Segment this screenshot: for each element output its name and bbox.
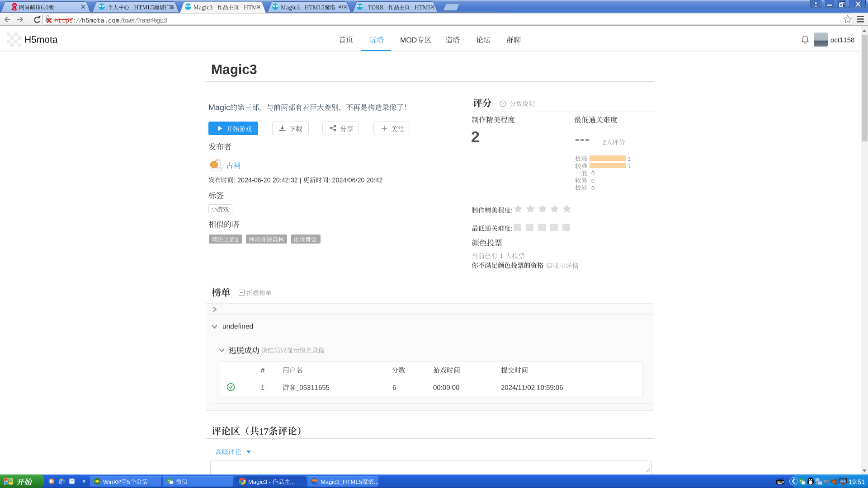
svg-text:e: e <box>59 478 62 485</box>
svg-text:?: ? <box>502 102 504 106</box>
svg-text:?: ? <box>548 264 551 268</box>
